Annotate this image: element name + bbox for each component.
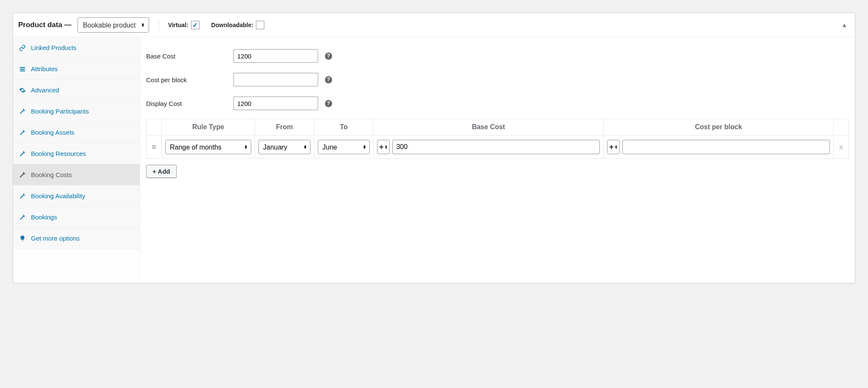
col-base-cost: Base Cost: [374, 119, 604, 136]
col-cost-per-block: Cost per block: [604, 119, 834, 136]
col-to: To: [314, 119, 374, 136]
sidebar-item-label: Booking Assets: [31, 129, 75, 136]
sidebar-item-label: Get more options: [31, 235, 80, 242]
caret-icon: ▲▼: [385, 145, 388, 149]
wrench-icon: [19, 108, 26, 115]
col-delete: [834, 119, 849, 136]
sidebar-item-label: Linked Products: [31, 44, 77, 51]
sidebar-item-label: Bookings: [31, 213, 57, 221]
sidebar-item-booking-availability[interactable]: Booking Availability: [13, 186, 140, 207]
sidebar-item-label: Booking Costs: [31, 171, 72, 178]
sidebar-item-get-more-options[interactable]: Get more options: [13, 228, 140, 249]
virtual-label: Virtual: ✓: [168, 21, 200, 29]
sidebar-item-label: Advanced: [31, 86, 59, 94]
to-select[interactable]: June: [318, 140, 370, 154]
list-icon: [19, 66, 26, 72]
sidebar-item-booking-assets[interactable]: Booking Assets: [13, 122, 140, 143]
from-select[interactable]: January: [258, 140, 311, 154]
sidebar: Linked Products Attributes Advanced Book…: [13, 37, 140, 283]
display-cost-input[interactable]: [233, 97, 318, 110]
display-cost-row: Display Cost ?: [146, 91, 849, 115]
cost-per-block-operator[interactable]: + ▲▼: [607, 140, 620, 154]
product-type-select-wrap: Bookable product ▲▼: [78, 17, 149, 33]
svg-rect-2: [20, 70, 25, 71]
help-icon[interactable]: ?: [325, 53, 332, 60]
wrench-icon: [19, 150, 26, 157]
virtual-checkbox[interactable]: ✓: [191, 21, 200, 29]
sidebar-item-bookings[interactable]: Bookings: [13, 207, 140, 228]
add-rule-button[interactable]: + Add: [146, 165, 177, 178]
sidebar-item-label: Booking Participants: [31, 108, 89, 115]
downloadable-label: Downloadable:: [211, 21, 265, 29]
sidebar-item-label: Attributes: [31, 65, 58, 72]
downloadable-checkbox[interactable]: [256, 21, 264, 29]
display-cost-label: Display Cost: [146, 100, 227, 107]
panel-title: Product data —: [18, 21, 72, 29]
wrench-icon: [19, 129, 26, 136]
rule-type-select[interactable]: Range of months: [165, 140, 251, 154]
sidebar-item-label: Booking Availability: [31, 192, 85, 200]
sidebar-item-advanced[interactable]: Advanced: [13, 80, 140, 101]
sidebar-item-booking-resources[interactable]: Booking Resources: [13, 143, 140, 164]
sidebar-item-label: Booking Resources: [31, 150, 86, 157]
wrench-icon: [19, 214, 26, 221]
sidebar-item-attributes[interactable]: Attributes: [13, 58, 140, 80]
sidebar-item-booking-costs[interactable]: Booking Costs: [13, 164, 140, 186]
delete-row[interactable]: X: [834, 136, 849, 159]
content-area: Base Cost ? Cost per block ? Display Cos…: [140, 37, 855, 283]
base-cost-operator[interactable]: + ▲▼: [377, 140, 390, 154]
wrench-icon: [19, 172, 26, 178]
collapse-toggle[interactable]: ▲: [839, 20, 850, 30]
base-cost-label: Base Cost: [146, 53, 227, 60]
cost-per-block-input[interactable]: [233, 73, 318, 86]
sidebar-item-linked-products[interactable]: Linked Products: [13, 37, 140, 58]
link-icon: [19, 44, 26, 51]
base-cost-input[interactable]: [233, 49, 318, 63]
svg-rect-0: [20, 67, 25, 68]
col-rule-type: Rule Type: [162, 119, 255, 136]
cost-per-block-label: Cost per block: [146, 76, 227, 83]
product-type-select[interactable]: Bookable product: [78, 17, 149, 33]
divider: [158, 19, 159, 30]
cost-per-block-row: Cost per block ?: [146, 68, 849, 91]
gear-icon: [19, 87, 26, 94]
panel-header: Product data — Bookable product ▲▼ Virtu…: [13, 13, 855, 37]
row-cost-per-block-input[interactable]: [622, 140, 830, 154]
col-handle: [147, 119, 162, 136]
col-from: From: [255, 119, 314, 136]
svg-rect-1: [20, 69, 25, 69]
caret-icon: ▲▼: [615, 145, 618, 149]
table-row: ≡ Range of months ▲▼: [147, 136, 849, 159]
wrench-icon: [19, 193, 26, 200]
drag-handle[interactable]: ≡: [147, 136, 162, 159]
sidebar-item-booking-participants[interactable]: Booking Participants: [13, 101, 140, 122]
row-base-cost-input[interactable]: [392, 140, 600, 154]
base-cost-row: Base Cost ?: [146, 44, 849, 68]
help-icon[interactable]: ?: [325, 76, 332, 83]
help-icon[interactable]: ?: [325, 100, 332, 107]
cost-rules-table: Rule Type From To Base Cost Cost per blo…: [146, 119, 849, 159]
lightbulb-icon: [19, 235, 26, 242]
